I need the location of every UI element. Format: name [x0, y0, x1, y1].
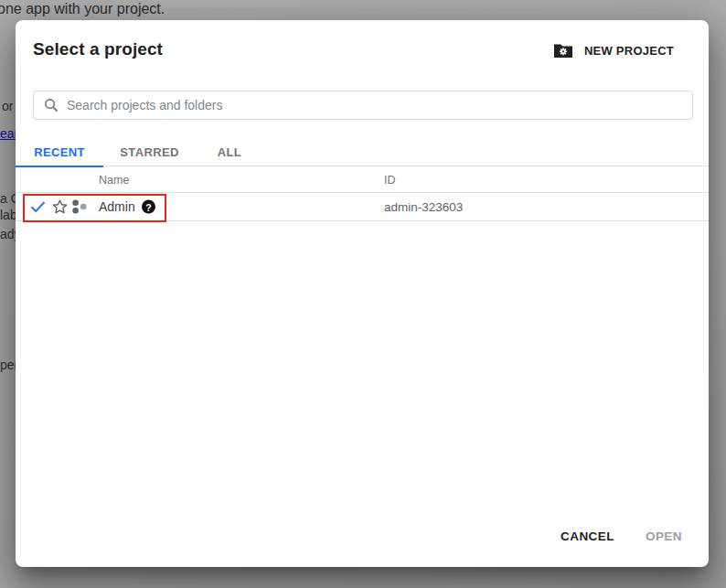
- cancel-button[interactable]: CANCEL: [561, 529, 614, 543]
- tabs-bar: RECENT STARRED ALL: [16, 137, 709, 166]
- dialog-footer: CANCEL OPEN: [561, 529, 682, 543]
- search-icon: [44, 98, 59, 112]
- tab-all[interactable]: ALL: [196, 137, 263, 166]
- dialog-title: Select a project: [33, 39, 163, 59]
- table-header: Name ID: [16, 166, 709, 193]
- open-button[interactable]: OPEN: [646, 529, 682, 543]
- project-id: admin-323603: [384, 200, 463, 214]
- project-dots-icon: [71, 198, 88, 215]
- search-input[interactable]: [67, 98, 682, 112]
- backdrop-text-fragment: or: [2, 99, 13, 113]
- star-outline-icon[interactable]: [52, 199, 68, 214]
- new-project-button[interactable]: NEW PROJECT: [554, 38, 674, 62]
- backdrop-text-fragment: lab: [0, 208, 17, 222]
- check-icon: [30, 201, 46, 213]
- backdrop-text-top: one app with your project.: [0, 1, 165, 17]
- column-header-name: Name: [99, 174, 129, 187]
- project-name: Admin: [99, 199, 135, 214]
- tab-recent[interactable]: RECENT: [16, 137, 103, 166]
- help-icon[interactable]: ?: [142, 200, 155, 214]
- new-project-folder-icon: [554, 43, 572, 58]
- select-project-dialog: Select a project NEW PROJECT: [16, 20, 709, 567]
- new-project-label: NEW PROJECT: [584, 44, 674, 58]
- tab-starred[interactable]: STARRED: [103, 137, 196, 166]
- search-box: [33, 91, 693, 120]
- table-row-admin[interactable]: Admin ? admin-323603: [16, 193, 709, 221]
- column-header-id: ID: [384, 174, 396, 187]
